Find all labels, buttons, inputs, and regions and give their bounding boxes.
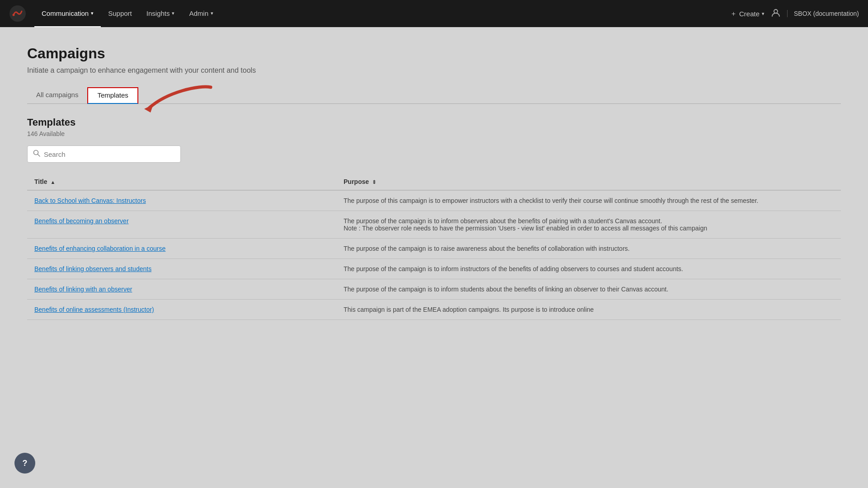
- template-link[interactable]: Back to School with Canvas: Instructors: [34, 197, 146, 204]
- svg-line-5: [38, 155, 40, 157]
- table-cell-title: Benefits of becoming an observer: [27, 211, 336, 239]
- template-link[interactable]: Benefits of enhancing collaboration in a…: [34, 245, 165, 252]
- table-cell-purpose: The purpose of the campaign is to inform…: [336, 211, 841, 239]
- chevron-down-icon: ▾: [91, 10, 94, 16]
- chevron-down-icon: ▾: [211, 10, 213, 16]
- table-row: Benefits of enhancing collaboration in a…: [27, 239, 841, 259]
- page-title: Campaigns: [27, 45, 841, 62]
- table-row: Back to School with Canvas: InstructorsT…: [27, 190, 841, 211]
- sort-asc-icon: ▲: [50, 179, 55, 185]
- table-cell-purpose: The purpose of this campaign is to empow…: [336, 190, 841, 211]
- template-link[interactable]: Benefits of online assessments (Instruct…: [34, 306, 154, 313]
- table-cell-purpose: This campaign is part of the EMEA adopti…: [336, 300, 841, 320]
- tab-templates[interactable]: Templates: [87, 87, 138, 104]
- chevron-down-icon: ▾: [762, 11, 764, 17]
- table-cell-purpose: The purpose of the campaign is to inform…: [336, 259, 841, 279]
- help-button[interactable]: ?: [14, 453, 35, 474]
- template-link[interactable]: Benefits of becoming an observer: [34, 217, 129, 225]
- table-cell-title: Benefits of linking observers and studen…: [27, 259, 336, 279]
- table-row: Benefits of online assessments (Instruct…: [27, 300, 841, 320]
- tab-all-campaigns[interactable]: All campaigns: [27, 87, 87, 104]
- templates-table: Title ▲ Purpose ⇕ Back to School with Ca…: [27, 174, 841, 320]
- search-box: [27, 145, 181, 163]
- svg-point-1: [13, 14, 15, 16]
- main-content: Campaigns Initiate a campaign to enhance…: [0, 27, 868, 488]
- navbar: Communication ▾ Support Insights ▾ Admin…: [0, 0, 868, 27]
- svg-marker-3: [144, 104, 153, 113]
- template-link[interactable]: Benefits of linking with an observer: [34, 286, 132, 293]
- table-row: Benefits of linking observers and studen…: [27, 259, 841, 279]
- nav-items: Communication ▾ Support Insights ▾ Admin…: [34, 0, 730, 27]
- table-cell-title: Benefits of enhancing collaboration in a…: [27, 239, 336, 259]
- templates-count: 146 Available: [27, 130, 841, 137]
- create-button[interactable]: ＋ Create ▾: [730, 9, 764, 18]
- search-input[interactable]: [44, 150, 175, 158]
- table-cell-title: Back to School with Canvas: Instructors: [27, 190, 336, 211]
- user-account-icon[interactable]: [771, 8, 781, 20]
- nav-item-admin[interactable]: Admin ▾: [182, 0, 221, 27]
- col-header-purpose[interactable]: Purpose ⇕: [336, 174, 841, 190]
- table-row: Benefits of linking with an observerThe …: [27, 279, 841, 300]
- app-logo-icon[interactable]: [9, 5, 26, 22]
- table-row: Benefits of becoming an observerThe purp…: [27, 211, 841, 239]
- nav-item-support[interactable]: Support: [101, 0, 139, 27]
- sort-both-icon: ⇕: [372, 179, 376, 185]
- table-cell-title: Benefits of online assessments (Instruct…: [27, 300, 336, 320]
- template-link[interactable]: Benefits of linking observers and studen…: [34, 265, 151, 272]
- chevron-down-icon: ▾: [172, 10, 175, 16]
- nav-item-communication[interactable]: Communication ▾: [34, 0, 101, 27]
- page-subtitle: Initiate a campaign to enhance engagemen…: [27, 66, 841, 75]
- tabs-bar: All campaigns Templates: [27, 87, 841, 104]
- table-cell-purpose: The purpose of the campaign is to raise …: [336, 239, 841, 259]
- table-cell-purpose: The purpose of the campaign is to inform…: [336, 279, 841, 300]
- org-label[interactable]: SBOX (documentation): [787, 10, 859, 17]
- svg-point-2: [774, 9, 778, 13]
- nav-item-insights[interactable]: Insights ▾: [139, 0, 182, 27]
- col-header-title[interactable]: Title ▲: [27, 174, 336, 190]
- nav-right: ＋ Create ▾ SBOX (documentation): [730, 8, 859, 20]
- search-icon: [33, 150, 40, 159]
- templates-section-title: Templates: [27, 117, 841, 128]
- table-cell-title: Benefits of linking with an observer: [27, 279, 336, 300]
